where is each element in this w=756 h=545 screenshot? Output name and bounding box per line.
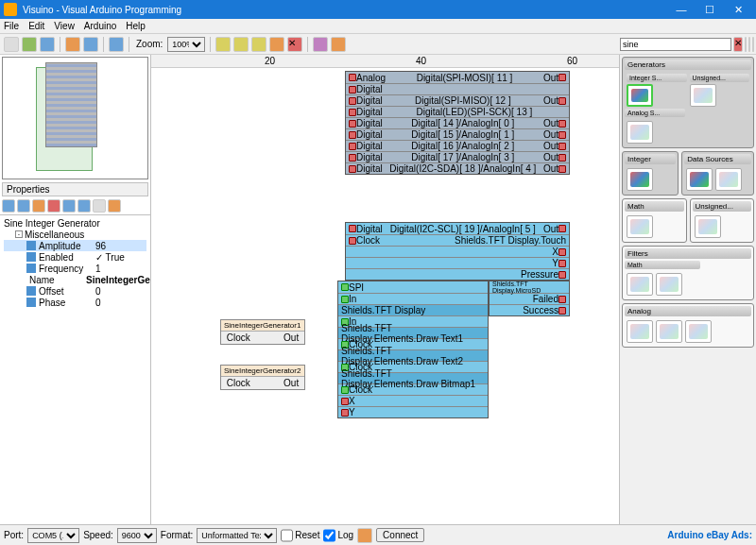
- pin-in[interactable]: [349, 120, 356, 128]
- props-btn-2[interactable]: [17, 199, 30, 213]
- speed-select[interactable]: 9600: [117, 528, 157, 543]
- component-item[interactable]: [627, 320, 653, 343]
- zoom-in-button[interactable]: [215, 37, 231, 52]
- pin-out[interactable]: [558, 154, 566, 162]
- menu-arduino[interactable]: Arduino: [84, 21, 116, 31]
- pin-out[interactable]: [558, 120, 566, 128]
- zoom-out-button[interactable]: [233, 37, 249, 52]
- design-canvas[interactable]: AnalogDigital(SPI-MOSI)[ 11 ]Out Digital…: [151, 68, 619, 524]
- pin-out[interactable]: [558, 248, 566, 256]
- arduino-shield-block[interactable]: DigitalDigital(I2C-SCL)[ 19 ]/AnalogIn[ …: [345, 222, 570, 281]
- menu-help[interactable]: Help: [126, 21, 146, 31]
- connect-button[interactable]: Connect: [376, 528, 424, 542]
- component-item[interactable]: [627, 168, 653, 191]
- component-integer-sine[interactable]: [627, 84, 653, 107]
- pin-out[interactable]: [558, 143, 566, 150]
- pin-out[interactable]: [558, 74, 566, 81]
- prop-amplitude[interactable]: Amplitude96: [4, 240, 146, 251]
- pin-in[interactable]: [341, 386, 349, 394]
- component-item[interactable]: [715, 168, 742, 191]
- pin-out[interactable]: [558, 296, 566, 303]
- zoom-fit-button[interactable]: [251, 37, 266, 52]
- delete-button[interactable]: ✕: [287, 37, 302, 52]
- open-button[interactable]: [22, 37, 37, 52]
- wiki-button[interactable]: [313, 37, 328, 52]
- props-btn-8[interactable]: [108, 199, 121, 213]
- menu-edit[interactable]: Edit: [28, 21, 44, 31]
- arduino-block[interactable]: AnalogDigital(SPI-MOSI)[ 11 ]Out Digital…: [345, 71, 570, 175]
- panel-header[interactable]: Generators: [625, 60, 751, 70]
- pin-out[interactable]: [558, 225, 566, 232]
- zoom-select[interactable]: 100%: [167, 37, 205, 52]
- menu-file[interactable]: File: [4, 21, 19, 31]
- collapse-icon[interactable]: -: [15, 230, 23, 238]
- tft-sub-block[interactable]: SPI In Shields.TFT Display In Shields.TF…: [337, 281, 489, 418]
- component-button[interactable]: [65, 37, 80, 52]
- tree-root[interactable]: Sine Integer Generator: [4, 217, 146, 229]
- pin-in[interactable]: [349, 86, 356, 94]
- prop-frequency[interactable]: Frequency1: [4, 263, 146, 274]
- close-button[interactable]: ✕: [724, 4, 752, 16]
- prop-name[interactable]: NameSineIntegerGenerator1: [4, 274, 146, 285]
- pin-in[interactable]: [349, 154, 356, 162]
- menu-view[interactable]: View: [54, 21, 75, 31]
- ads-label[interactable]: Arduino eBay Ads:: [667, 530, 752, 540]
- pin-in[interactable]: [349, 143, 356, 150]
- component-item[interactable]: [656, 273, 682, 296]
- property-tree[interactable]: Sine Integer Generator -Miscellaneous Am…: [0, 215, 150, 524]
- component-item[interactable]: [627, 273, 653, 296]
- props-btn-4[interactable]: [47, 199, 60, 213]
- filter-1-icon[interactable]: [745, 37, 747, 52]
- minimize-button[interactable]: —: [667, 4, 696, 16]
- pin-in[interactable]: [349, 237, 356, 245]
- pin-in[interactable]: [349, 109, 356, 116]
- reset-checkbox[interactable]: Reset: [281, 528, 319, 543]
- filter-2-icon[interactable]: [748, 37, 750, 52]
- props-btn-6[interactable]: [77, 199, 91, 213]
- pin-out[interactable]: [558, 271, 566, 279]
- microsd-block[interactable]: Shields.TFT Display.MicroSD Failed Succe…: [489, 281, 570, 316]
- save-button[interactable]: [40, 37, 55, 52]
- sine-generator-1[interactable]: SineIntegerGenerator1 ClockOut: [220, 319, 305, 345]
- pin-in[interactable]: [341, 409, 349, 417]
- prop-offset[interactable]: Offset0: [4, 285, 146, 297]
- pin-out[interactable]: [558, 260, 566, 267]
- screenshot-button[interactable]: [83, 37, 98, 52]
- component-item[interactable]: [627, 215, 653, 238]
- props-btn-7[interactable]: [93, 199, 106, 213]
- prop-phase[interactable]: Phase0: [4, 297, 146, 308]
- port-select[interactable]: COM5 (...: [27, 528, 79, 543]
- new-button[interactable]: [4, 37, 19, 52]
- component-item[interactable]: [685, 320, 712, 343]
- pin-in[interactable]: [349, 74, 356, 81]
- component-unsigned[interactable]: [690, 84, 716, 107]
- maximize-button[interactable]: ☐: [696, 4, 724, 16]
- log-checkbox[interactable]: Log: [323, 528, 353, 543]
- search-clear-icon[interactable]: ✕: [733, 37, 743, 52]
- pin-in[interactable]: [349, 225, 356, 232]
- search-input[interactable]: [620, 38, 731, 51]
- print-button[interactable]: [109, 37, 124, 52]
- sine-generator-2[interactable]: SineIntegerGenerator2 ClockOut: [220, 365, 305, 390]
- format-select[interactable]: Unformatted Text: [197, 528, 277, 543]
- help-button[interactable]: [331, 37, 346, 52]
- pin-in[interactable]: [349, 97, 356, 105]
- component-item[interactable]: [656, 320, 682, 343]
- overview-map[interactable]: [2, 57, 148, 179]
- pin-in[interactable]: [341, 398, 349, 405]
- pin-in[interactable]: [349, 131, 356, 139]
- props-btn-3[interactable]: [32, 199, 45, 213]
- prop-enabled[interactable]: Enabled✓ True: [4, 251, 146, 263]
- pin-in[interactable]: [349, 165, 356, 173]
- filter-3-icon[interactable]: [752, 37, 754, 52]
- pin-in[interactable]: [341, 283, 349, 291]
- tree-group[interactable]: -Miscellaneous: [4, 229, 146, 240]
- component-item[interactable]: [686, 168, 713, 191]
- layout-button[interactable]: [269, 37, 284, 52]
- pin-out[interactable]: [558, 97, 566, 105]
- pin-out[interactable]: [558, 165, 566, 173]
- folder-icon[interactable]: [357, 528, 372, 543]
- component-analog-sine[interactable]: [627, 121, 653, 144]
- props-btn-1[interactable]: [2, 199, 15, 213]
- pin-out[interactable]: [558, 307, 566, 315]
